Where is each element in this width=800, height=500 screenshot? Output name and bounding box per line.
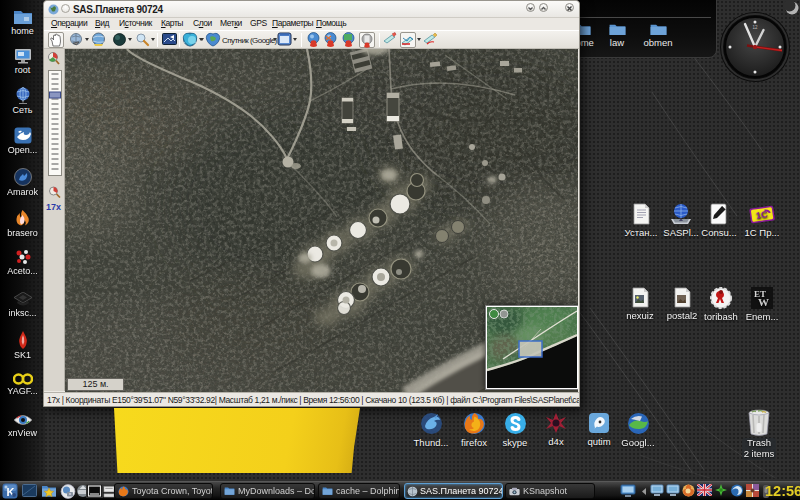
svg-text:12: 12 [752, 25, 758, 30]
svg-text:W: W [758, 296, 769, 308]
